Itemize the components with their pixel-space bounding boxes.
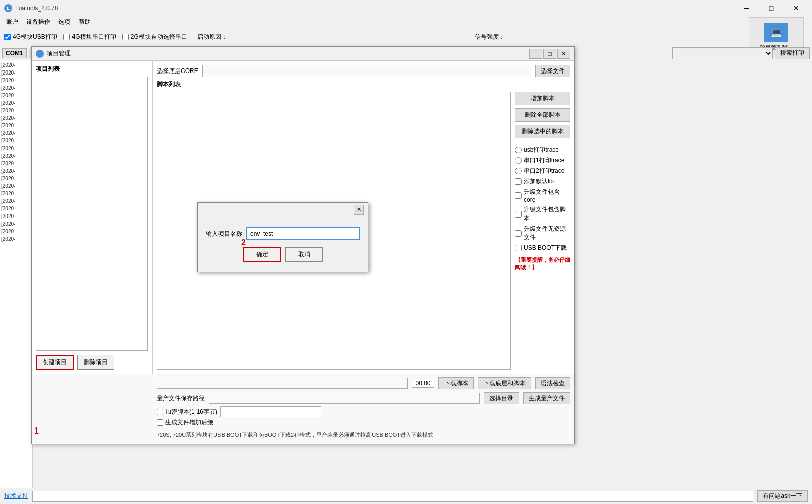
check-nores[interactable]: 升级文件无资源文件 [515,225,570,242]
delete-selected-script-btn[interactable]: 删除选中的脚本 [515,125,570,138]
radio-com2[interactable]: 串口2打印trace [515,167,570,175]
script-buttons: 增加脚本 删除全部脚本 删除选中的脚本 usb打印trace [515,92,570,370]
pm-minimize-btn[interactable]: ─ [529,49,542,59]
pm-window-icon [36,50,44,58]
log-entry: [2020- [1,122,31,129]
log-entry: [2020- [1,77,31,84]
log-entry: [2020- [1,99,31,107]
gen-mass-btn[interactable]: 生成量产文件 [523,392,570,404]
log-entry: [2020- [1,107,31,114]
title-bar: L Luatools_2.0.78 ─ □ ✕ [0,0,812,16]
log-entry: [2020- [1,175,31,182]
dialog-ok-btn[interactable]: 确定 [243,247,281,262]
delete-project-btn[interactable]: 删除项目 [77,355,114,370]
dialog-close-btn[interactable]: ✕ [354,205,364,215]
pm-bottom-panel: 00:00 下载脚本 下载底层和脚本 语法检查 量产文件保存路径 选择目录 生成… [32,374,574,444]
check-lib[interactable]: 添加默认lib [515,177,570,186]
ask-btn[interactable]: 有问题ask一下 [757,490,808,502]
log-entry: [2020- [1,220,31,228]
step2-badge: 2 [241,238,246,247]
dialog-titlebar: ✕ [198,203,368,217]
mass-row: 量产文件保存路径 选择目录 生成量产文件 [157,392,570,404]
radio-usb[interactable]: usb打印trace [515,146,570,154]
tech-support-link[interactable]: 技术支持 [4,492,28,500]
check-core[interactable]: 升级文件包含core [515,188,570,203]
encrypt-check[interactable]: 加密脚本(1-16字节) [157,408,217,416]
core-label: 选择底层CORE [157,67,198,76]
log-entry: [2020- [1,84,31,92]
pm-title: 项目管理 [47,49,529,58]
pm-close-btn[interactable]: ✕ [557,49,570,59]
options-panel: usb打印trace 串口1打印trace 串口2打印trace [515,146,570,271]
dialog-buttons: 确定 2 取消 [206,247,360,262]
bottom-bar: 技术支持 有问题ask一下 [0,488,812,504]
log-entry: [2020- [1,212,31,220]
download-row: 00:00 下载脚本 下载底层和脚本 语法检查 [157,377,570,389]
bottom-input[interactable] [32,491,753,502]
log-entry: [2020- [1,114,31,122]
add-script-btn[interactable]: 增加脚本 [515,92,570,105]
log-entry: [2020- [1,182,31,190]
toolbar: 4G模块USB打印 4G模块串口打印 2G模块自动选择串口 启动原因： 信号强度… [0,28,812,46]
log-entry: [2020- [1,167,31,175]
download-script-btn[interactable]: 下载脚本 [438,377,474,389]
log-entry: [2020- [1,92,31,99]
log-entry: [2020- [1,137,31,145]
mass-label: 量产文件保存路径 [157,394,205,403]
dialog-cancel-btn[interactable]: 取消 [285,247,323,262]
close-btn[interactable]: ✕ [785,0,808,16]
log-entry: [2020- [1,152,31,160]
syntax-check-btn[interactable]: 语法检查 [535,377,570,389]
log-entry: [2020- [1,160,31,167]
gen-slow-check[interactable]: 生成文件增加后缀 [157,418,213,427]
select-file-btn[interactable]: 选择文件 [535,65,570,77]
maximize-btn[interactable]: □ [760,0,783,16]
log-entry: [2020- [1,197,31,205]
dropdown-select[interactable] [672,47,773,59]
download-core-btn[interactable]: 下载底层和脚本 [478,377,531,389]
select-dir-btn[interactable]: 选择目录 [484,392,519,404]
encrypt-input[interactable] [220,406,321,417]
progress-input[interactable] [157,378,408,389]
core-row: 选择底层CORE 选择文件 [157,65,570,77]
pm-window-controls: ─ □ ✕ [529,49,570,59]
auto-select-checkbox[interactable]: 2G模块自动选择串口 [122,33,187,41]
menu-device-ops[interactable]: 设备操作 [22,17,54,27]
pm-titlebar: 项目管理 ─ □ ✕ [32,47,574,61]
radio-com1[interactable]: 串口1打印trace [515,156,570,165]
usb-print-checkbox[interactable]: 4G模块USB打印 [4,33,57,41]
log-entry: [2020- [1,129,31,137]
menu-options[interactable]: 选项 [54,17,75,27]
project-actions: 创建项目 删除项目 [36,355,148,370]
project-list-box[interactable] [36,77,148,351]
delete-all-scripts-btn[interactable]: 删除全部脚本 [515,108,570,122]
create-project-btn[interactable]: 创建项目 [36,355,74,370]
log-entry: [2020- [1,69,31,77]
gen-slow-row: 生成文件增加后缀 [157,418,570,427]
dialog-input-row: 输入项目名称 [206,227,360,240]
log-entry: [2020- [1,145,31,152]
mass-path-input[interactable] [209,393,480,404]
menu-bar: 账户 设备操作 选项 帮助 [0,16,812,28]
check-usb-boot[interactable]: USB BOOT下载 [515,244,570,252]
serial-print-checkbox[interactable]: 4G模块串口打印 [63,33,116,41]
log-entry: [2020- [1,61,31,69]
menu-help[interactable]: 帮助 [75,17,95,27]
search-print-btn[interactable]: 搜索打印 [775,47,810,59]
log-entry: [2020- [1,235,31,243]
red-notice: 【重要提醒，务必仔细阅读！】 [515,256,570,271]
log-entry: [2020- [1,205,31,212]
core-input[interactable] [202,65,531,77]
step1-badge: 1 [34,426,39,436]
pm-maximize-btn[interactable]: □ [543,49,556,59]
input-dialog: ✕ 输入项目名称 确定 2 取消 [197,202,368,272]
project-name-input[interactable] [246,227,360,240]
minimize-btn[interactable]: ─ [734,0,758,16]
time-display: 00:00 [412,379,434,388]
check-script[interactable]: 升级文件包含脚本 [515,205,570,223]
pm-icon-img: 💻 [764,23,788,42]
menu-account[interactable]: 账户 [2,17,22,27]
dialog-label: 输入项目名称 [206,230,242,238]
title-controls: ─ □ ✕ [734,0,808,16]
com-port-label: COM1 [2,48,27,58]
